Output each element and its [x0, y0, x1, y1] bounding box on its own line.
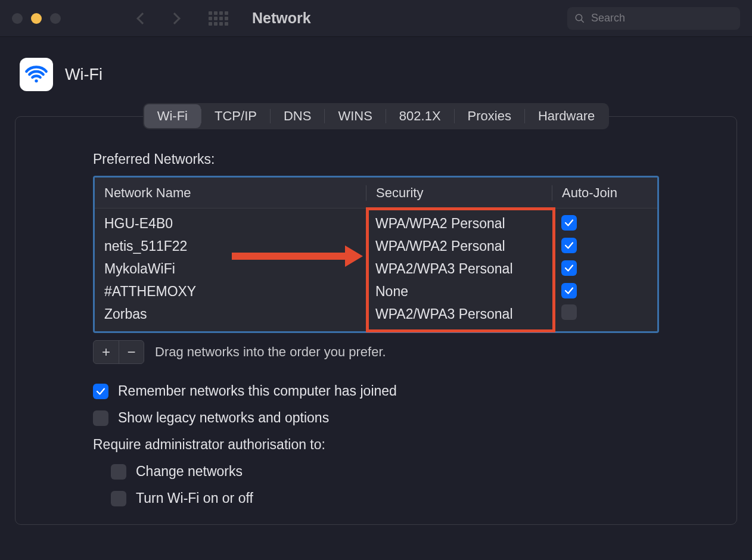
close-window-button[interactable]: [12, 13, 23, 24]
add-remove-group: + −: [93, 340, 144, 364]
change-networks-label: Change networks: [136, 463, 243, 480]
col-security[interactable]: Security: [366, 185, 552, 201]
tab-hardware[interactable]: Hardware: [525, 104, 608, 128]
titlebar: Network: [0, 0, 752, 37]
admin-auth-heading: Require administrator authorisation to:: [93, 437, 659, 453]
settings-panel: Preferred Networks: Network Name Securit…: [15, 116, 737, 525]
search-field[interactable]: [567, 7, 740, 30]
table-toolbar: + − Drag networks into the order you pre…: [93, 340, 659, 364]
window-controls: [12, 13, 61, 24]
tab-wifi[interactable]: Wi-Fi: [144, 104, 201, 128]
table-row[interactable]: ZorbasWPA2/WPA3 Personal: [95, 303, 657, 325]
cell-security: WPA/WPA2 Personal: [366, 216, 552, 232]
cell-network-name: netis_511F22: [95, 238, 366, 254]
remove-network-button[interactable]: −: [119, 341, 144, 363]
cell-auto-join: [552, 283, 657, 300]
show-all-icon[interactable]: [209, 11, 228, 26]
cell-network-name: #ATTHEMOXY: [95, 284, 366, 300]
drag-hint: Drag networks into the order you prefer.: [155, 344, 386, 360]
legacy-networks-label: Show legacy networks and options: [118, 410, 329, 426]
minimize-window-button[interactable]: [31, 13, 42, 24]
legacy-networks-checkbox[interactable]: [93, 410, 108, 426]
col-auto-join[interactable]: Auto-Join: [552, 185, 657, 201]
tab-proxies[interactable]: Proxies: [455, 104, 524, 128]
table-row[interactable]: #ATTHEMOXYNone: [95, 280, 657, 303]
nav-buttons: [138, 14, 179, 23]
cell-auto-join: [552, 260, 657, 277]
tab-wins[interactable]: WINS: [325, 104, 385, 128]
tab-dns[interactable]: DNS: [271, 104, 324, 128]
auto-join-checkbox[interactable]: [561, 304, 577, 320]
tab-tcpip[interactable]: TCP/IP: [201, 104, 270, 128]
tab-bar: Wi-FiTCP/IPDNSWINS802.1XProxiesHardware: [15, 103, 737, 129]
toggle-wifi-label: Turn Wi-Fi on or off: [136, 490, 253, 506]
page-title: Wi-Fi: [65, 66, 102, 84]
cell-security: WPA2/WPA3 Personal: [366, 306, 552, 322]
cell-security: WPA/WPA2 Personal: [366, 238, 552, 254]
auto-join-checkbox[interactable]: [561, 260, 577, 276]
cell-auto-join: [552, 304, 657, 323]
col-network-name[interactable]: Network Name: [95, 185, 366, 201]
auto-join-checkbox[interactable]: [561, 238, 577, 253]
back-button[interactable]: [136, 13, 148, 24]
legacy-networks-option[interactable]: Show legacy networks and options: [93, 410, 659, 426]
change-networks-option[interactable]: Change networks: [111, 463, 659, 480]
toggle-wifi-option[interactable]: Turn Wi-Fi on or off: [111, 490, 659, 506]
window-title: Network: [252, 10, 311, 27]
page-header: Wi-Fi: [15, 58, 737, 91]
remember-networks-option[interactable]: Remember networks this computer has join…: [93, 383, 659, 399]
cell-security: None: [366, 284, 552, 300]
wifi-icon: [20, 58, 53, 91]
auto-join-checkbox[interactable]: [561, 283, 577, 298]
search-input[interactable]: [591, 12, 733, 24]
cell-network-name: Zorbas: [95, 306, 366, 322]
remember-networks-checkbox[interactable]: [93, 384, 108, 399]
options-group: Remember networks this computer has join…: [93, 383, 659, 506]
zoom-window-button[interactable]: [50, 13, 61, 24]
svg-line-1: [581, 20, 583, 22]
preferred-networks-table[interactable]: Network Name Security Auto-Join HGU-E4B0…: [93, 176, 659, 333]
table-body: HGU-E4B0WPA/WPA2 Personalnetis_511F22WPA…: [95, 209, 657, 331]
table-row[interactable]: MykolaWiFiWPA2/WPA3 Personal: [95, 257, 657, 280]
cell-security: WPA2/WPA3 Personal: [366, 261, 552, 277]
change-networks-checkbox[interactable]: [111, 464, 126, 480]
search-icon: [574, 13, 585, 24]
forward-button[interactable]: [169, 13, 181, 24]
cell-auto-join: [552, 238, 657, 254]
toggle-wifi-checkbox[interactable]: [111, 491, 126, 506]
preferred-networks-label: Preferred Networks:: [93, 151, 659, 167]
tab-8021x[interactable]: 802.1X: [386, 104, 454, 128]
cell-network-name: HGU-E4B0: [95, 216, 366, 232]
remember-networks-label: Remember networks this computer has join…: [118, 383, 397, 399]
table-row[interactable]: HGU-E4B0WPA/WPA2 Personal: [95, 212, 657, 235]
table-header: Network Name Security Auto-Join: [95, 178, 657, 209]
add-network-button[interactable]: +: [94, 341, 119, 363]
cell-network-name: MykolaWiFi: [95, 261, 366, 277]
cell-auto-join: [552, 215, 657, 232]
auto-join-checkbox[interactable]: [561, 215, 577, 231]
table-row[interactable]: netis_511F22WPA/WPA2 Personal: [95, 235, 657, 257]
svg-point-2: [35, 79, 38, 82]
svg-point-0: [576, 14, 582, 20]
